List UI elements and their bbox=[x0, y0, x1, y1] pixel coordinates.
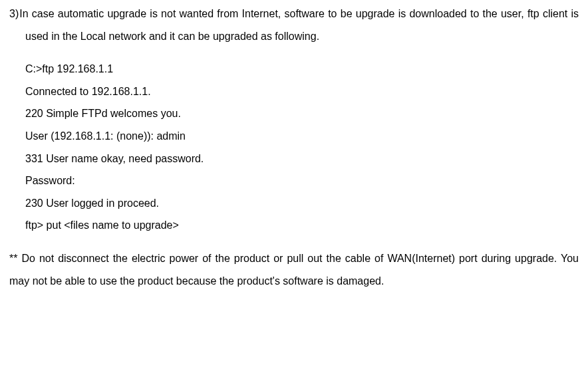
terminal-line-7: 230 User logged in proceed. bbox=[25, 192, 579, 215]
warning-text: ** Do not disconnect the electric power … bbox=[9, 253, 579, 287]
terminal-line-5: 331 User name okay, need password. bbox=[25, 148, 579, 170]
list-item-3: 3) In case automatic upgrade is not want… bbox=[9, 3, 579, 47]
terminal-line-1: C:>ftp 192.168.1.1 bbox=[25, 58, 579, 80]
terminal-block: C:>ftp 192.168.1.1 Connected to 192.168.… bbox=[9, 58, 579, 237]
list-item-3-text: In case automatic upgrade is not wanted … bbox=[19, 8, 579, 42]
terminal-line-8: ftp> put <files name to upgrade> bbox=[25, 214, 579, 237]
terminal-line-3: 220 Simple FTPd welcomes you. bbox=[25, 102, 579, 125]
warning-note: ** Do not disconnect the electric power … bbox=[9, 247, 579, 292]
terminal-line-2: Connected to 192.168.1.1. bbox=[25, 80, 579, 103]
list-number: 3) bbox=[9, 8, 19, 19]
terminal-line-6: Password: bbox=[25, 170, 579, 192]
terminal-line-4: User (192.168.1.1: (none)): admin bbox=[25, 125, 579, 148]
